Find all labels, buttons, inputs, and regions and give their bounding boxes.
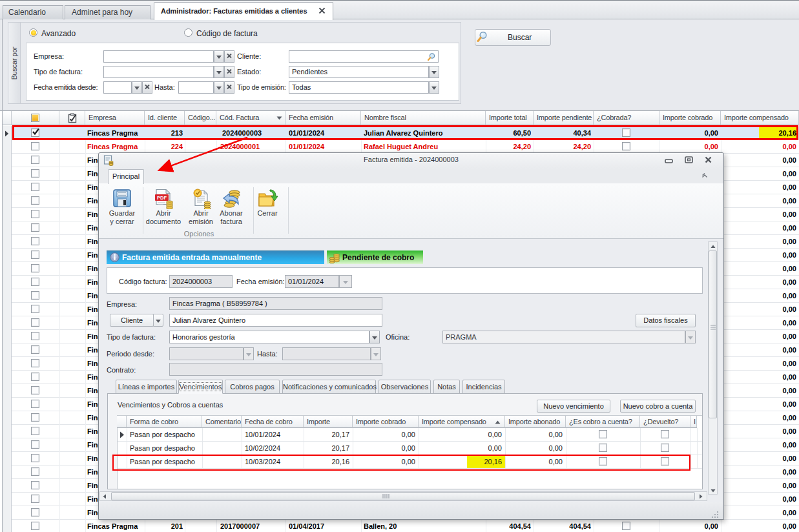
- svg-text:PDF: PDF: [157, 195, 167, 201]
